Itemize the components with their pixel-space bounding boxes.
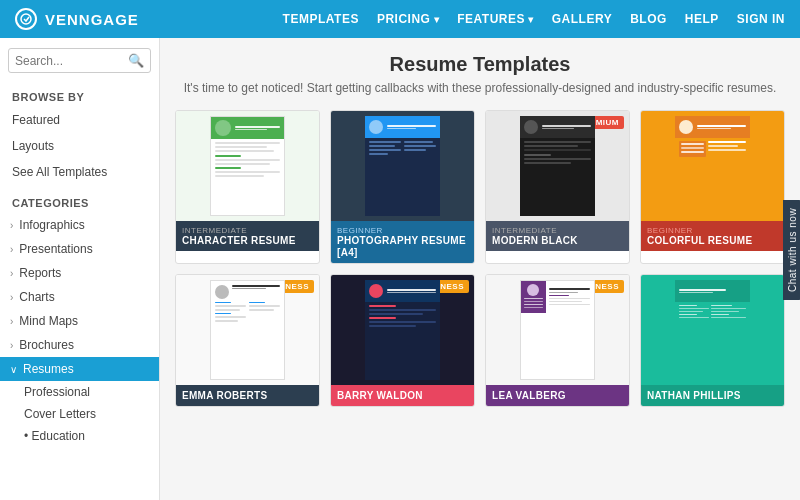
card-image-6: BUSINESS: [331, 275, 474, 385]
chat-widget[interactable]: Chat with us now: [783, 200, 800, 300]
logo-icon: [15, 8, 37, 30]
chevron-right-icon: ›: [10, 220, 13, 231]
card-name-7: LEA VALBERG: [492, 390, 623, 402]
template-card-7[interactable]: BUSINESS: [485, 274, 630, 407]
sidebar-item-layouts[interactable]: Layouts: [0, 133, 159, 159]
sidebar-item-resumes[interactable]: ∨ Resumes: [0, 357, 159, 381]
chevron-down-icon: ∨: [10, 364, 17, 375]
search-box[interactable]: 🔍: [8, 48, 151, 73]
sidebar-item-reports[interactable]: › Reports: [0, 261, 159, 285]
svg-point-0: [21, 14, 31, 24]
sidebar: 🔍 BROWSE BY Featured Layouts See All Tem…: [0, 38, 160, 500]
card-name-8: NATHAN PHILLIPS: [647, 390, 778, 402]
layout: 🔍 BROWSE BY Featured Layouts See All Tem…: [0, 38, 800, 500]
nav-help[interactable]: HELP: [685, 12, 719, 26]
main-nav: TEMPLATES PRICING FEATURES GALLERY BLOG …: [283, 12, 785, 26]
card-name-3: MODERN BLACK: [492, 235, 623, 247]
chevron-right-icon: ›: [10, 292, 13, 303]
card-footer-3: INTERMEDIATE MODERN BLACK: [486, 221, 629, 251]
sidebar-item-brochures[interactable]: › Brochures: [0, 333, 159, 357]
sidebar-item-all-templates[interactable]: See All Templates: [0, 159, 159, 185]
card-name-4: COLORFUL RESUME: [647, 235, 778, 247]
card-name-1: CHARACTER RESUME: [182, 235, 313, 247]
nav-pricing[interactable]: PRICING: [377, 12, 439, 26]
chevron-right-icon: ›: [10, 268, 13, 279]
card-footer-5: EMMA ROBERTS: [176, 385, 319, 406]
card-image-3: PREMIUM: [486, 111, 629, 221]
card-level-4: BEGINNER: [647, 226, 778, 235]
card-image-7: BUSINESS: [486, 275, 629, 385]
card-image-2: [331, 111, 474, 221]
chevron-right-icon: ›: [10, 340, 13, 351]
chevron-right-icon: ›: [10, 244, 13, 255]
card-image-5: BUSINESS: [176, 275, 319, 385]
nav-signin[interactable]: SIGN IN: [737, 12, 785, 26]
template-card-2[interactable]: BEGINNER PHOTOGRAPHY RESUME [A4]: [330, 110, 475, 264]
template-card-5[interactable]: BUSINESS: [175, 274, 320, 407]
logo[interactable]: VENNGAGE: [15, 8, 139, 30]
cat-label-charts: Charts: [19, 290, 54, 304]
card-footer-7: LEA VALBERG: [486, 385, 629, 406]
card-image-1: [176, 111, 319, 221]
template-card-3[interactable]: PREMIUM: [485, 110, 630, 264]
sidebar-sub-professional[interactable]: Professional: [0, 381, 159, 403]
nav-gallery[interactable]: GALLERY: [552, 12, 612, 26]
template-card-8[interactable]: NATHAN PHILLIPS: [640, 274, 785, 407]
main-content: Resume Templates It's time to get notice…: [160, 38, 800, 500]
card-name-5: EMMA ROBERTS: [182, 390, 313, 402]
card-name-2: PHOTOGRAPHY RESUME [A4]: [337, 235, 468, 259]
template-card-6[interactable]: BUSINESS: [330, 274, 475, 407]
search-input[interactable]: [15, 54, 128, 68]
card-level-3: INTERMEDIATE: [492, 226, 623, 235]
cat-label-infographics: Infographics: [19, 218, 84, 232]
card-image-4: [641, 111, 784, 221]
cat-label-reports: Reports: [19, 266, 61, 280]
categories-title: CATEGORIES: [0, 185, 159, 213]
cat-label-mind-maps: Mind Maps: [19, 314, 78, 328]
card-name-6: BARRY WALDON: [337, 390, 468, 402]
sidebar-item-mind-maps[interactable]: › Mind Maps: [0, 309, 159, 333]
chevron-right-icon: ›: [10, 316, 13, 327]
card-footer-1: INTERMEDIATE CHARACTER RESUME: [176, 221, 319, 251]
sidebar-item-presentations[interactable]: › Presentations: [0, 237, 159, 261]
browse-by-title: BROWSE BY: [0, 83, 159, 107]
card-footer-6: BARRY WALDON: [331, 385, 474, 406]
page-title: Resume Templates: [175, 53, 785, 76]
card-level-2: BEGINNER: [337, 226, 468, 235]
logo-text: VENNGAGE: [45, 11, 139, 28]
templates-grid: INTERMEDIATE CHARACTER RESUME: [175, 110, 785, 407]
cat-label-resumes: Resumes: [23, 362, 74, 376]
sidebar-sub-cover-letters[interactable]: Cover Letters: [0, 403, 159, 425]
nav-features[interactable]: FEATURES: [457, 12, 534, 26]
card-footer-4: BEGINNER COLORFUL RESUME: [641, 221, 784, 251]
page-subtitle: It's time to get noticed! Start getting …: [175, 81, 785, 95]
card-footer-2: BEGINNER PHOTOGRAPHY RESUME [A4]: [331, 221, 474, 263]
nav-blog[interactable]: BLOG: [630, 12, 667, 26]
template-card-4[interactable]: BEGINNER COLORFUL RESUME: [640, 110, 785, 264]
card-image-8: [641, 275, 784, 385]
sidebar-sub-education[interactable]: • Education: [0, 425, 159, 447]
card-level-1: INTERMEDIATE: [182, 226, 313, 235]
sidebar-item-infographics[interactable]: › Infographics: [0, 213, 159, 237]
template-card-1[interactable]: INTERMEDIATE CHARACTER RESUME: [175, 110, 320, 264]
search-icon: 🔍: [128, 53, 144, 68]
cat-label-brochures: Brochures: [19, 338, 74, 352]
sidebar-item-charts[interactable]: › Charts: [0, 285, 159, 309]
sidebar-item-featured[interactable]: Featured: [0, 107, 159, 133]
header: VENNGAGE TEMPLATES PRICING FEATURES GALL…: [0, 0, 800, 38]
cat-label-presentations: Presentations: [19, 242, 92, 256]
nav-templates[interactable]: TEMPLATES: [283, 12, 359, 26]
card-footer-8: NATHAN PHILLIPS: [641, 385, 784, 406]
